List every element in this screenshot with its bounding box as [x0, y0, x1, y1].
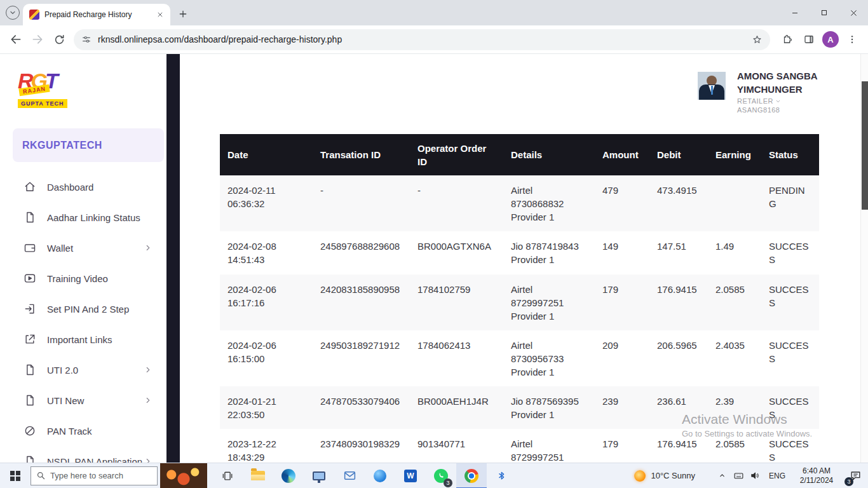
sidebar-item-uti-new[interactable]: UTI New: [0, 385, 166, 416]
table-row: 2024-02-06 16:17:16 242083185890958 1784…: [220, 274, 819, 330]
cell-date: 2024-02-11 06:36:32: [220, 175, 313, 231]
site-settings-icon[interactable]: [81, 34, 92, 44]
profile-avatar[interactable]: A: [822, 31, 839, 48]
window-minimize-icon[interactable]: [780, 0, 810, 25]
cell-details: Airtel 8729997251 Provider 1: [503, 429, 595, 463]
user-id: ASANG8168: [737, 106, 821, 114]
tab-close-icon[interactable]: [154, 10, 165, 20]
sidebar-item-training-video[interactable]: Training Video: [0, 263, 166, 294]
table-row: 2023-12-22 18:43:29 237480930198329 9013…: [220, 429, 819, 463]
sidebar-item-nsdl-pan-application[interactable]: NSDL PAN Application: [0, 446, 166, 463]
chevron-up-icon: [718, 471, 726, 480]
user-role-dropdown[interactable]: RETAILER: [737, 97, 821, 105]
sidebar-item-label: Wallet: [47, 243, 73, 254]
mail-button[interactable]: [334, 463, 365, 488]
new-tab-button[interactable]: [174, 5, 192, 23]
column-header-earning: Earning: [708, 134, 761, 175]
sidebar-item-set-pin[interactable]: Set PIN And 2 Step: [0, 294, 166, 324]
table-row: 2024-02-06 16:15:00 249503189271912 1784…: [220, 330, 819, 386]
bluetooth-icon: [496, 470, 508, 482]
monitor-app-button[interactable]: [304, 463, 334, 488]
taskbar-search[interactable]: Type here to search: [31, 466, 158, 485]
sun-icon: [634, 470, 646, 482]
volume-button[interactable]: [749, 463, 763, 488]
back-button[interactable]: [5, 29, 27, 50]
cell-transation-id: 249503189271912: [313, 330, 410, 386]
sidebar-item-label: Set PIN And 2 Step: [47, 304, 129, 315]
cell-operator-order-id: 901340771: [410, 429, 503, 463]
cell-date: 2023-12-22 18:43:29: [220, 429, 313, 463]
edge-button[interactable]: [273, 463, 304, 488]
sidebar-item-dashboard[interactable]: Dashboard: [0, 172, 166, 202]
document-icon: [23, 393, 37, 407]
bluetooth-button[interactable]: [487, 463, 517, 488]
monitor-icon: [313, 471, 325, 480]
side-panel-icon[interactable]: [798, 29, 820, 50]
sidebar-item-important-links[interactable]: Important Links: [0, 324, 166, 355]
rgt-logo[interactable]: RGT RAJAN GUPTA TECH: [18, 70, 64, 111]
cell-status: SUCCESS: [761, 429, 819, 463]
speaker-icon: [750, 470, 761, 481]
column-header-operator-order-id: Operator Order ID: [410, 134, 503, 175]
clock-time: 6:40 AM: [796, 466, 837, 476]
word-button[interactable]: [395, 463, 426, 488]
sidebar-divider: [166, 54, 180, 463]
scrollbar-thumb[interactable]: [862, 81, 868, 210]
user-avatar: [698, 72, 726, 100]
folder-icon: [251, 471, 265, 480]
window-close-icon[interactable]: [839, 0, 868, 25]
sidebar-item-uti-20[interactable]: UTI 2.0: [0, 355, 166, 385]
track-circle-icon: [23, 424, 37, 438]
taskbar-clock[interactable]: 6:40 AM 2/11/2024: [796, 466, 837, 485]
task-view-button[interactable]: [212, 463, 243, 488]
start-button[interactable]: [0, 463, 31, 488]
sidebar-item-aadhar-linking-status[interactable]: Aadhar Linking Status: [0, 202, 166, 233]
file-explorer-button[interactable]: [243, 463, 273, 488]
external-link-icon: [23, 332, 37, 346]
hidden-icons-button[interactable]: [715, 463, 729, 488]
toolbar-right: A: [776, 29, 863, 50]
cell-operator-order-id: BR000AEH1J4R: [410, 386, 503, 429]
url-text[interactable]: rknsdl.onlinepsa.com/dashboard/prepaid-r…: [98, 34, 752, 44]
notification-center-button[interactable]: 3: [843, 463, 868, 488]
table-row: 2024-02-08 14:51:43 245897688829608 BR00…: [220, 231, 819, 274]
reload-button[interactable]: [48, 29, 70, 50]
cell-details: Airtel 8730868832 Provider 1: [503, 175, 595, 231]
bookmark-star-icon[interactable]: [752, 34, 763, 45]
chrome-button[interactable]: [456, 463, 487, 488]
keyboard-icon: [733, 470, 744, 481]
sidebar-item-wallet[interactable]: Wallet: [0, 233, 166, 263]
chevron-down-icon: [775, 98, 781, 104]
taskbar: Type here to search 3: [0, 463, 868, 488]
news-interests-widget[interactable]: [160, 463, 207, 488]
window-maximize-icon[interactable]: [810, 0, 839, 25]
cell-details: Jio 8787419843 Provider 1: [503, 231, 595, 274]
weather-widget[interactable]: 10°C Sunny: [634, 470, 695, 482]
sidebar-item-label: Training Video: [47, 273, 108, 284]
browser-menu-icon[interactable]: [841, 29, 863, 50]
chevron-right-icon: [144, 365, 153, 374]
whatsapp-button[interactable]: 3: [426, 463, 456, 488]
sidebar-item-pan-track[interactable]: PAN Track: [0, 416, 166, 446]
cell-amount: 209: [595, 330, 649, 386]
extensions-icon[interactable]: [776, 29, 798, 50]
notification-badge: 3: [844, 477, 853, 486]
cell-status: PENDING: [761, 175, 819, 231]
sidebar-menu: Dashboard Aadhar Linking Status Wallet T…: [0, 172, 166, 463]
brand-title[interactable]: RKGUPTATECH: [13, 128, 164, 162]
blue-app-icon: [374, 470, 386, 482]
browser-tab[interactable]: Prepaid Recharge History: [23, 4, 170, 25]
cell-debit: 473.4915: [649, 175, 708, 231]
sidebar-item-label: UTI 2.0: [47, 365, 78, 376]
address-bar[interactable]: rknsdl.onlinepsa.com/dashboard/prepaid-r…: [74, 29, 770, 50]
tab-list-icon[interactable]: [6, 6, 20, 20]
logo-subtitle: GUPTA TECH: [18, 99, 67, 108]
page-scrollbar[interactable]: [860, 54, 868, 463]
language-indicator[interactable]: ENG: [769, 471, 785, 480]
cell-transation-id: 247870533079406: [313, 386, 410, 429]
cell-earning: 2.0585: [708, 274, 761, 330]
blue-app-button[interactable]: [365, 463, 395, 488]
cell-earning: [708, 175, 761, 231]
recharge-history-table: Date Transation ID Operator Order ID Det…: [220, 134, 819, 463]
touch-keyboard-button[interactable]: [732, 463, 746, 488]
